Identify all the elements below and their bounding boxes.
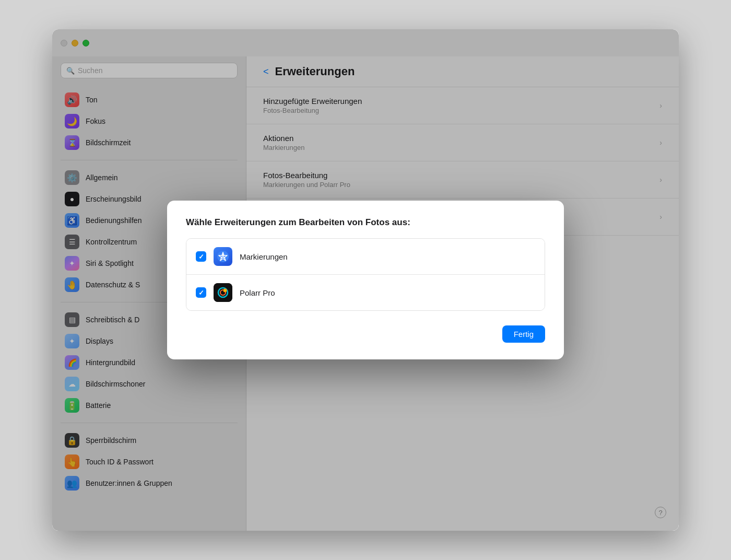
- checkmark-markierungen: ✓: [198, 253, 204, 261]
- svg-text:A: A: [221, 253, 225, 260]
- markierungen-app-icon: A: [214, 247, 232, 266]
- svg-point-6: [224, 289, 226, 291]
- dialog-item-label-markierungen: Markierungen: [240, 252, 288, 261]
- dialog-item-label-polarr: Polarr Pro: [240, 288, 275, 297]
- main-window: 🔍 Suchen 🔊 Ton 🌙 Fokus ⌛: [52, 29, 679, 531]
- svg-rect-2: [214, 283, 232, 302]
- dialog-list: ✓ A Markierungen ✓: [186, 238, 545, 311]
- dialog-list-item-polarr[interactable]: ✓ Polarr Pro: [186, 275, 545, 310]
- polarr-app-icon: [214, 283, 232, 302]
- checkbox-markierungen[interactable]: ✓: [196, 251, 206, 262]
- dialog-list-item-markierungen[interactable]: ✓ A Markierungen: [186, 239, 545, 275]
- dialog-footer: Fertig: [186, 325, 545, 343]
- dialog-title: Wähle Erweiterungen zum Bearbeiten von F…: [186, 217, 545, 228]
- checkbox-polarr[interactable]: ✓: [196, 287, 206, 298]
- checkmark-polarr: ✓: [198, 289, 204, 297]
- done-button[interactable]: Fertig: [502, 325, 545, 343]
- dialog: Wähle Erweiterungen zum Bearbeiten von F…: [167, 201, 564, 359]
